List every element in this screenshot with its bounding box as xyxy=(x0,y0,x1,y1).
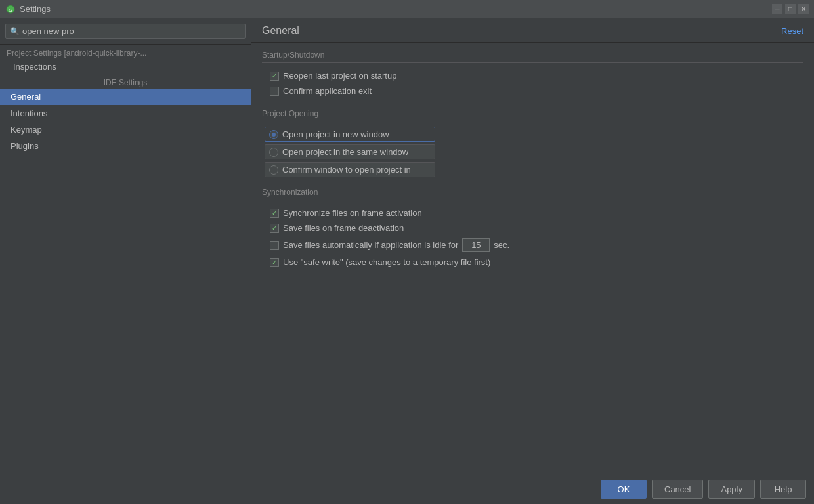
sidebar-item-intentions[interactable]: Intentions xyxy=(0,105,251,121)
startup-section-title: Startup/Shutdown xyxy=(262,51,803,63)
radio-confirm-window-indicator xyxy=(269,165,278,175)
bottom-bar: OK Cancel Apply Help xyxy=(251,474,814,504)
right-panel: General Reset Startup/Shutdown Reopen la… xyxy=(251,18,814,504)
confirm-exit-row: Confirm application exit xyxy=(262,83,803,98)
search-icon: 🔍 xyxy=(10,27,20,36)
search-wrapper[interactable]: 🔍 xyxy=(5,24,246,39)
synchronization-section: Synchronization Synchronize files on fra… xyxy=(262,188,803,270)
radio-new-window-indicator xyxy=(269,130,278,139)
radio-same-window-indicator xyxy=(269,148,278,157)
search-box: 🔍 xyxy=(0,18,251,45)
save-deactivation-label: Save files on frame deactivation xyxy=(283,223,404,233)
idle-time-input[interactable] xyxy=(462,238,490,252)
save-deactivation-row: Save files on frame deactivation xyxy=(262,220,803,236)
reopen-checkbox[interactable] xyxy=(270,72,279,81)
project-settings-label: Project Settings [android-quick-library-… xyxy=(0,45,251,59)
sidebar-item-keymap[interactable]: Keymap xyxy=(0,121,251,138)
radio-same-window[interactable]: Open project in the same window xyxy=(265,144,435,159)
radio-new-window[interactable]: Open project in new window xyxy=(265,127,435,142)
cancel-button[interactable]: Cancel xyxy=(652,480,703,499)
save-deactivation-checkbox[interactable] xyxy=(270,224,279,233)
app-icon: G xyxy=(5,4,16,14)
sidebar-item-plugins[interactable]: Plugins xyxy=(0,138,251,154)
project-opening-title: Project Opening xyxy=(262,109,803,121)
radio-confirm-window[interactable]: Confirm window to open project in xyxy=(265,162,435,177)
ok-button[interactable]: OK xyxy=(601,480,647,499)
safe-write-checkbox[interactable] xyxy=(270,258,279,267)
close-button[interactable]: ✕ xyxy=(798,4,809,14)
idle-save-row: Save files automatically if application … xyxy=(262,236,803,255)
panel-body: Startup/Shutdown Reopen last project on … xyxy=(251,43,814,474)
startup-section: Startup/Shutdown Reopen last project on … xyxy=(262,51,803,98)
sync-files-label: Synchronize files on frame activation xyxy=(283,208,422,218)
reopen-label: Reopen last project on startup xyxy=(283,71,396,81)
radio-confirm-window-label: Confirm window to open project in xyxy=(282,165,411,175)
radio-new-window-label: Open project in new window xyxy=(282,129,389,139)
sidebar-item-general[interactable]: General xyxy=(0,89,251,105)
reset-link[interactable]: Reset xyxy=(781,26,803,36)
minimize-button[interactable]: ─ xyxy=(772,4,782,14)
ide-settings-label: IDE Settings xyxy=(0,74,251,89)
safe-write-row: Use "safe write" (save changes to a temp… xyxy=(262,255,803,270)
reopen-row: Reopen last project on startup xyxy=(262,68,803,83)
sync-files-row: Synchronize files on frame activation xyxy=(262,205,803,220)
sync-section-title: Synchronization xyxy=(262,188,803,200)
apply-button[interactable]: Apply xyxy=(708,480,755,499)
radio-same-window-label: Open project in the same window xyxy=(282,147,408,157)
title-bar: G Settings ─ □ ✕ xyxy=(0,0,814,18)
project-opening-section: Project Opening Open project in new wind… xyxy=(262,109,803,177)
svg-text:G: G xyxy=(9,7,12,12)
radio-group: Open project in new window Open project … xyxy=(262,127,803,177)
settings-window: G Settings ─ □ ✕ 🔍 Project Settings [and… xyxy=(0,0,814,504)
panel-header: General Reset xyxy=(251,18,814,43)
maximize-button[interactable]: □ xyxy=(785,4,796,14)
sidebar-item-inspections[interactable]: Inspections xyxy=(0,59,251,74)
idle-save-label-before: Save files automatically if application … xyxy=(283,240,458,250)
panel-title: General xyxy=(262,25,299,37)
window-controls: ─ □ ✕ xyxy=(772,4,809,14)
confirm-exit-label: Confirm application exit xyxy=(283,86,372,96)
idle-save-label-after: sec. xyxy=(494,240,509,250)
idle-save-checkbox[interactable] xyxy=(270,241,279,250)
safe-write-label: Use "safe write" (save changes to a temp… xyxy=(283,257,490,267)
help-button[interactable]: Help xyxy=(760,480,806,499)
main-content: 🔍 Project Settings [android-quick-librar… xyxy=(0,18,814,504)
search-input[interactable] xyxy=(22,26,241,36)
sidebar: 🔍 Project Settings [android-quick-librar… xyxy=(0,18,251,504)
confirm-exit-checkbox[interactable] xyxy=(270,87,279,96)
window-title: Settings xyxy=(20,4,51,14)
sync-files-checkbox[interactable] xyxy=(270,209,279,218)
